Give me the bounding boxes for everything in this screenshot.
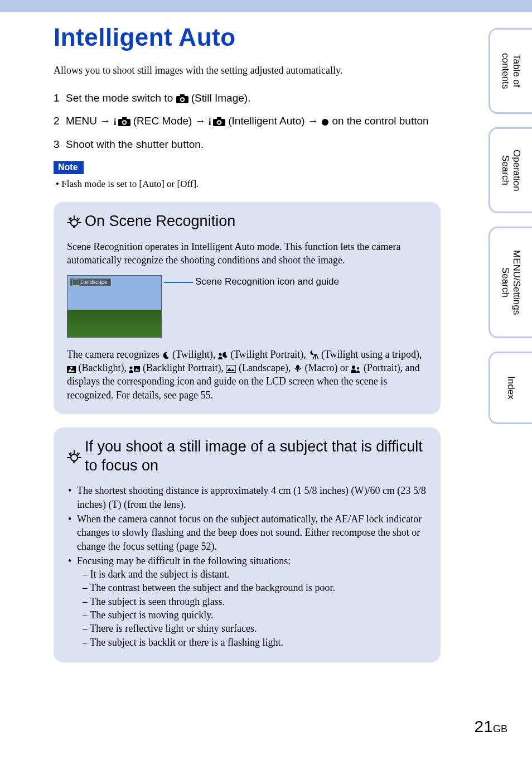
scene-thumbnail: Landscape	[67, 275, 162, 338]
step-2-text-b: (REC Mode)	[133, 115, 195, 127]
step-2-text-d: on the control button	[332, 115, 428, 127]
tab-menu-settings-search[interactable]: MENU/SettingsSearch	[489, 227, 532, 338]
twilight-icon	[162, 352, 170, 359]
svg-point-8	[123, 122, 125, 124]
tab-table-of-contents[interactable]: Table ofcontents	[489, 28, 532, 114]
step-1: Set the mode switch to (Still Image).	[54, 90, 441, 106]
sub4: The subject is moving quickly.	[83, 608, 427, 622]
svg-point-13	[218, 122, 221, 124]
landscape-icon	[226, 365, 236, 373]
panel-scene-recognition: On Scene Recognition Scene Recognition o…	[54, 202, 441, 414]
note-label: Note	[54, 161, 84, 174]
focus-li1: The shortest shooting distance is approx…	[67, 484, 427, 511]
step-2: MENU → i (REC Mode) → i (Intelligent Aut…	[54, 113, 441, 129]
focus-list: The shortest shooting distance is approx…	[67, 484, 427, 649]
sub2: The contrast between the subject and the…	[83, 581, 427, 594]
main-content: Intelligent Auto Allows you to shoot sti…	[0, 12, 463, 662]
sub3: The subject is seen through glass.	[83, 595, 427, 608]
t-backport: (Backlight Portrait),	[140, 362, 226, 373]
panel1-heading-text: On Scene Recognition	[85, 212, 427, 231]
i-camera-icon: i	[209, 117, 225, 126]
panel2-heading: If you shoot a still image of a subject …	[67, 438, 427, 475]
svg-point-15	[71, 219, 78, 226]
panel1-p2: The camera recognizes (Twilight), (Twili…	[67, 348, 427, 402]
panel1-p1: Scene Recognition operates in Intelligen…	[67, 240, 427, 267]
svg-rect-23	[226, 365, 236, 373]
tab-operation-search[interactable]: OperationSearch	[489, 127, 532, 213]
tab-index[interactable]: Index	[489, 352, 532, 424]
macro-icon	[293, 364, 302, 373]
t-twilight: (Twilight),	[170, 349, 217, 360]
svg-point-17	[219, 353, 221, 355]
t-twtripod: (Twilight using a tripod),	[318, 349, 422, 360]
t-macro: (Macro) or	[302, 362, 351, 373]
header-bar	[0, 0, 532, 12]
callout-text: Scene Recognition icon and guide	[195, 275, 339, 287]
page-number-value: 21	[475, 717, 493, 736]
side-tabs: Table ofcontents OperationSearch MENU/Se…	[489, 28, 532, 424]
i-camera-icon: i	[114, 117, 130, 126]
svg-point-24	[352, 366, 355, 369]
hint-bulb-icon	[67, 215, 81, 230]
svg-rect-1	[180, 94, 185, 97]
portrait-icon	[351, 365, 361, 373]
step-2-text-c: (Intelligent Auto)	[228, 115, 308, 127]
sub5: There is reflective light or shiny surfa…	[83, 622, 427, 635]
page-number: 21GB	[475, 717, 507, 736]
sub6: The subject is backlit or there is a fla…	[83, 636, 427, 649]
twilight-tripod-icon	[308, 350, 318, 359]
panel-focus-difficult: If you shoot a still image of a subject …	[54, 427, 441, 662]
arrow-icon: →	[195, 115, 206, 127]
tab-label: Table ofcontents	[500, 53, 522, 89]
hint-bulb-icon	[67, 450, 81, 465]
svg-point-14	[322, 119, 328, 126]
scene-thumb-row: Landscape Scene Recognition icon and gui…	[67, 275, 427, 338]
camera-icon	[176, 94, 188, 103]
svg-point-26	[71, 454, 78, 461]
backlight-portrait-icon	[129, 365, 140, 373]
svg-rect-6	[122, 117, 127, 119]
tab-label: OperationSearch	[500, 150, 522, 191]
step-2-text-a: MENU	[66, 115, 100, 127]
svg-text:i: i	[114, 117, 117, 126]
tab-label: Index	[505, 376, 516, 400]
svg-point-25	[357, 367, 359, 369]
step-1-text-a: Set the mode switch to	[66, 92, 176, 104]
tab-label: MENU/SettingsSearch	[500, 250, 522, 315]
panel1-heading: On Scene Recognition	[67, 212, 427, 231]
note-text: Flash mode is set to [Auto] or [Off].	[54, 179, 441, 190]
scene-thumb-label: Landscape	[70, 278, 112, 286]
t-twport: (Twilight Portrait),	[228, 349, 309, 360]
focus-li3-text: Focusing may be difficult in the followi…	[77, 555, 291, 566]
callout-line	[164, 282, 193, 290]
svg-rect-16	[73, 225, 75, 228]
arrow-icon: →	[100, 115, 110, 127]
svg-point-21	[130, 366, 133, 369]
intro-text: Allows you to shoot still images with th…	[54, 65, 441, 76]
page-title: Intelligent Auto	[54, 23, 441, 51]
arrow-icon: →	[308, 115, 318, 127]
svg-rect-11	[217, 117, 221, 119]
focus-sublist: It is dark and the subject is distant. T…	[77, 568, 427, 649]
svg-point-20	[70, 367, 72, 369]
step-3: Shoot with the shutter button.	[54, 136, 441, 152]
steps-list: Set the mode switch to (Still Image). ME…	[54, 90, 441, 152]
dot-icon	[321, 118, 329, 126]
page-number-suffix: GB	[493, 723, 507, 734]
t-back: (Backlight),	[76, 362, 129, 373]
t-land: (Landscape),	[236, 362, 293, 373]
step-1-text-b: (Still Image).	[191, 92, 251, 104]
focus-li2: When the camera cannot focus on the subj…	[67, 512, 427, 553]
twilight-portrait-icon	[218, 352, 228, 359]
focus-li3: Focusing may be difficult in the followi…	[67, 554, 427, 649]
svg-rect-18	[314, 354, 317, 355]
panel2-heading-text: If you shoot a still image of a subject …	[85, 438, 427, 475]
svg-text:i: i	[209, 117, 211, 126]
backlight-icon	[67, 365, 76, 373]
svg-point-3	[181, 98, 183, 101]
svg-rect-27	[73, 460, 75, 463]
sub1: It is dark and the subject is distant.	[83, 568, 427, 581]
p2-a: The camera recognizes	[67, 349, 162, 360]
